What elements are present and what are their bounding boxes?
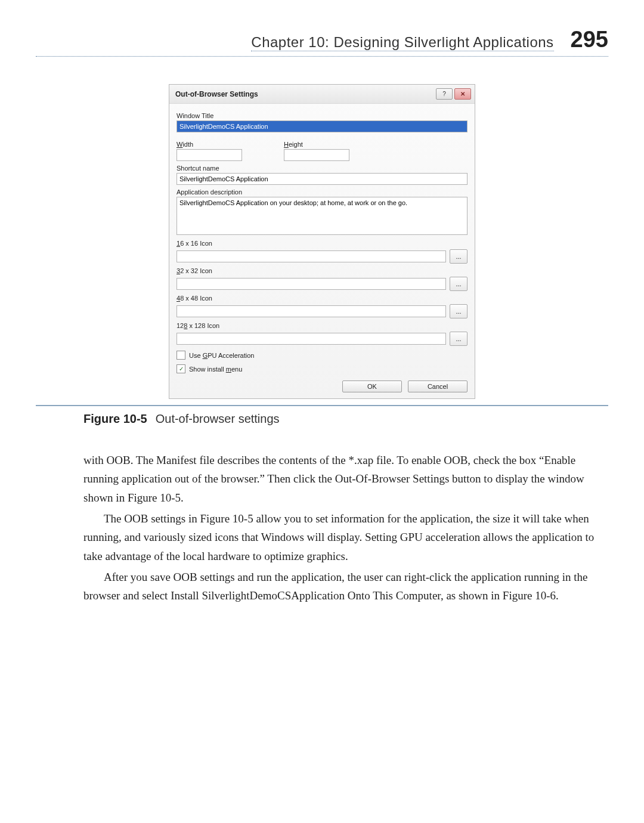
icon32-label: 32 x 32 Icon — [177, 267, 467, 274]
app-description-label: Application description — [177, 188, 467, 196]
icon128-label: 128 x 128 Icon — [177, 322, 467, 329]
gpu-label: Use GPU Acceleration — [189, 352, 254, 359]
paragraph-2: The OOB settings in Figure 10-5 allow yo… — [83, 509, 596, 565]
app-description-input[interactable]: SilverlightDemoCS Application on your de… — [177, 197, 467, 235]
show-install-label: Show install menu — [189, 366, 242, 373]
icon16-label: 16 x 16 Icon — [177, 240, 467, 247]
icon128-input[interactable] — [177, 333, 446, 345]
icon16-input[interactable] — [177, 250, 446, 262]
icon48-input[interactable] — [177, 305, 446, 317]
chapter-title: Chapter 10: Designing Silverlight Applic… — [251, 34, 553, 51]
dialog-title: Out-of-Browser Settings — [175, 90, 258, 98]
width-label: Width — [177, 141, 260, 148]
height-label: Height — [284, 141, 367, 148]
ok-button[interactable]: OK — [342, 380, 402, 392]
check-icon: ✓ — [179, 366, 184, 372]
running-header: Chapter 10: Designing Silverlight Applic… — [36, 27, 608, 57]
height-input[interactable] — [284, 149, 349, 161]
oob-settings-dialog: Out-of-Browser Settings ? ✕ Window Title… — [169, 84, 475, 399]
help-button[interactable]: ? — [436, 88, 453, 100]
help-icon: ? — [442, 91, 446, 97]
icon32-input[interactable] — [177, 278, 446, 290]
icon48-browse-button[interactable]: ... — [450, 304, 467, 318]
close-button[interactable]: ✕ — [454, 88, 471, 100]
icon16-browse-button[interactable]: ... — [450, 249, 467, 264]
figure-rule — [36, 405, 608, 406]
figure-caption-text: Out-of-browser settings — [156, 412, 280, 425]
show-install-checkbox[interactable]: ✓ — [177, 364, 185, 373]
paragraph-1: with OOB. The Manifest file describes th… — [83, 451, 596, 507]
figure-caption: Figure 10-5Out-of-browser settings — [83, 412, 608, 426]
window-title-label: Window Title — [177, 112, 467, 119]
ellipsis-icon: ... — [456, 253, 461, 260]
icon48-label: 48 x 48 Icon — [177, 295, 467, 302]
shortcut-name-input[interactable] — [177, 173, 467, 185]
window-title-input[interactable]: SilverlightDemoCS Application — [177, 120, 467, 132]
dialog-titlebar: Out-of-Browser Settings ? ✕ — [169, 85, 475, 104]
gpu-checkbox[interactable] — [177, 351, 185, 360]
shortcut-name-label: Shortcut name — [177, 165, 467, 172]
page-number: 295 — [571, 27, 608, 52]
cancel-button[interactable]: Cancel — [408, 380, 467, 392]
ellipsis-icon: ... — [456, 335, 461, 342]
paragraph-3: After you save OOB settings and run the … — [83, 568, 596, 605]
figure-label: Figure 10-5 — [83, 412, 147, 425]
close-icon: ✕ — [460, 91, 465, 97]
body-text: with OOB. The Manifest file describes th… — [83, 451, 596, 605]
ellipsis-icon: ... — [456, 308, 461, 315]
ellipsis-icon: ... — [456, 280, 461, 287]
width-input[interactable] — [177, 149, 242, 161]
icon32-browse-button[interactable]: ... — [450, 277, 467, 291]
icon128-browse-button[interactable]: ... — [450, 332, 467, 346]
